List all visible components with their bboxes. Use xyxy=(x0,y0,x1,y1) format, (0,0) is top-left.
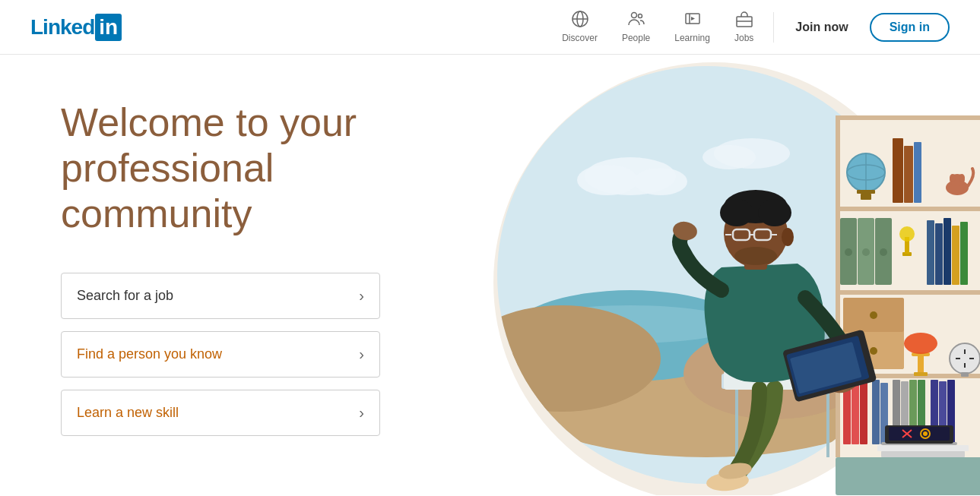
chevron-right-icon: › xyxy=(359,346,364,363)
svg-rect-73 xyxy=(872,380,880,444)
svg-point-39 xyxy=(950,174,956,182)
headline-line1: Welcome to your xyxy=(61,100,357,144)
svg-point-14 xyxy=(634,168,687,195)
svg-point-49 xyxy=(899,226,915,242)
svg-point-44 xyxy=(845,248,852,256)
svg-rect-71 xyxy=(852,381,859,444)
svg-point-117 xyxy=(734,247,777,265)
main-nav: Discover People L xyxy=(551,0,950,55)
svg-rect-63 xyxy=(914,372,928,376)
chevron-right-icon: › xyxy=(359,287,364,305)
nav-item-learning[interactable]: Learning xyxy=(664,0,721,55)
svg-point-116 xyxy=(782,228,794,246)
svg-rect-33 xyxy=(861,194,871,200)
svg-point-46 xyxy=(880,248,887,256)
chevron-right-icon: › xyxy=(359,404,364,422)
svg-point-13 xyxy=(577,165,638,195)
headline: Welcome to your professional community xyxy=(61,100,426,236)
find-person-label: Find a person you know xyxy=(77,346,222,362)
svg-point-64 xyxy=(950,343,980,374)
svg-rect-35 xyxy=(904,146,913,203)
logo-in: in xyxy=(95,14,122,41)
cta-list: Search for a job › Find a person you kno… xyxy=(61,273,426,436)
svg-rect-90 xyxy=(881,451,965,457)
svg-rect-51 xyxy=(935,223,943,285)
svg-rect-34 xyxy=(893,138,903,203)
search-job-label: Search for a job xyxy=(77,288,173,304)
svg-rect-89 xyxy=(877,445,969,451)
hero-illustration xyxy=(410,55,980,495)
svg-point-59 xyxy=(870,347,877,355)
find-person-button[interactable]: Find a person you know › xyxy=(61,331,380,378)
svg-point-58 xyxy=(870,311,877,319)
people-label: People xyxy=(622,33,650,43)
linkedin-logo[interactable]: Linkedin xyxy=(30,14,122,41)
nav-divider xyxy=(773,12,774,43)
svg-rect-91 xyxy=(836,457,980,495)
jobs-icon xyxy=(735,10,753,31)
svg-point-45 xyxy=(862,248,870,256)
svg-point-110 xyxy=(758,199,791,226)
auth-buttons: Join now Sign in xyxy=(783,13,950,42)
svg-point-62 xyxy=(904,333,937,354)
svg-rect-84 xyxy=(889,427,950,441)
svg-rect-72 xyxy=(860,380,867,444)
svg-rect-54 xyxy=(960,222,968,285)
discover-icon xyxy=(571,10,589,31)
svg-rect-23 xyxy=(836,115,980,120)
svg-rect-65 xyxy=(961,372,969,377)
nav-item-discover[interactable]: Discover xyxy=(551,0,608,55)
svg-rect-32 xyxy=(857,190,875,194)
nav-item-jobs[interactable]: Jobs xyxy=(724,0,764,55)
learning-icon xyxy=(683,10,702,31)
discover-label: Discover xyxy=(562,33,598,43)
learning-label: Learning xyxy=(674,33,710,43)
svg-rect-36 xyxy=(914,142,921,203)
learn-skill-label: Learn a new skill xyxy=(77,405,179,421)
join-now-button[interactable]: Join now xyxy=(783,14,860,40)
header: Linkedin Discover xyxy=(0,0,980,55)
left-panel: Welcome to your professional community S… xyxy=(0,55,426,495)
people-icon xyxy=(627,10,645,31)
svg-point-109 xyxy=(720,199,753,226)
svg-rect-24 xyxy=(836,207,980,211)
svg-marker-7 xyxy=(691,17,695,21)
learn-skill-button[interactable]: Learn a new skill › xyxy=(61,390,380,436)
svg-rect-27 xyxy=(836,115,840,457)
nav-item-people[interactable]: People xyxy=(611,0,661,55)
hero-svg xyxy=(410,55,980,495)
jobs-label: Jobs xyxy=(734,33,753,43)
svg-point-3 xyxy=(631,12,636,17)
main-content: Welcome to your professional community S… xyxy=(0,55,980,495)
svg-rect-53 xyxy=(952,226,959,285)
logo-linked: Linked xyxy=(30,15,94,39)
svg-point-20 xyxy=(463,305,661,412)
svg-point-16 xyxy=(702,145,756,169)
svg-rect-50 xyxy=(927,220,934,285)
search-job-button[interactable]: Search for a job › xyxy=(61,273,380,319)
headline-line2: professional community xyxy=(61,146,274,235)
svg-rect-25 xyxy=(836,290,980,295)
svg-point-40 xyxy=(959,174,965,182)
svg-rect-52 xyxy=(944,218,951,285)
svg-point-4 xyxy=(638,14,642,17)
svg-rect-60 xyxy=(918,355,924,374)
sign-in-button[interactable]: Sign in xyxy=(870,13,950,42)
svg-point-88 xyxy=(923,431,928,436)
